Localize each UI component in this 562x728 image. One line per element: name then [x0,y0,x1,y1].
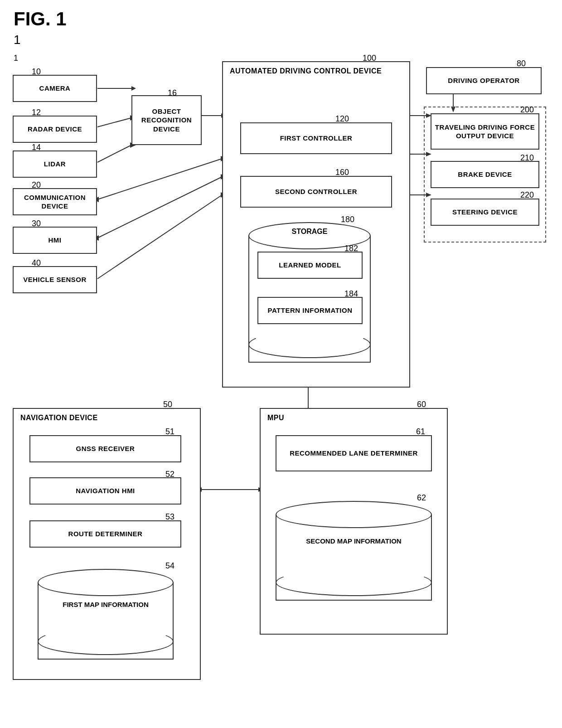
first-map-cylinder: FIRST MAP INFORMATION [38,569,174,660]
svg-line-4 [97,145,131,162]
ref-radar: 12 [32,108,41,117]
ref-lidar: 14 [32,143,41,152]
object-recognition-box: OBJECT RECOGNITION DEVICE [131,95,202,145]
radar-box: RADAR DEVICE [13,116,97,143]
figure-number: 1 [14,33,21,47]
steering-box: STEERING DEVICE [431,199,539,226]
ref-mpu: 60 [417,400,426,409]
ref-driving-op: 80 [517,59,526,68]
svg-marker-1 [131,86,136,91]
ref-auto-drive: 100 [363,53,376,63]
lidar-box: LIDAR [13,150,97,178]
ref-route-det: 53 [165,512,174,522]
ref-pattern-info: 184 [344,289,358,299]
svg-line-2 [97,118,131,127]
ref-learned-model: 182 [344,244,358,253]
ref-navigation: 50 [163,400,172,409]
ref-camera: 10 [32,67,41,77]
ref-comm: 20 [32,180,41,190]
ref-1: 1 [14,53,18,63]
ref-second-map: 62 [417,493,426,503]
ref-rec-lane: 61 [416,427,425,437]
ref-gnss: 51 [165,427,174,437]
brake-box: BRAKE DEVICE [431,161,539,188]
ref-first-ctrl: 120 [335,114,349,124]
ref-traveling: 200 [520,105,534,115]
camera-box: CAMERA [13,75,97,102]
second-controller-box: SECOND CONTROLLER [240,176,392,208]
ref-first-map: 54 [165,561,174,571]
ref-second-ctrl: 160 [335,168,349,177]
hmi-box: HMI [13,227,97,254]
ref-steering: 220 [520,190,534,200]
pattern-info-box: PATTERN INFORMATION [257,297,363,324]
gnss-box: GNSS RECEIVER [29,435,181,462]
ref-brake: 210 [520,153,534,163]
ref-obj-rec: 16 [168,88,177,98]
traveling-box: TRAVELING DRIVING FORCE OUTPUT DEVICE [431,113,539,150]
learned-model-box: LEARNED MODEL [257,252,363,279]
ref-storage: 180 [341,215,354,224]
nav-hmi-box: NAVIGATION HMI [29,477,181,505]
ref-vehicle-sensor: 40 [32,258,41,268]
ref-hmi: 30 [32,219,41,228]
svg-line-14 [97,195,222,279]
figure-title: FIG. 1 [14,8,67,30]
second-map-cylinder: SECOND MAP INFORMATION [276,501,432,601]
ref-nav-hmi: 52 [165,470,174,479]
svg-line-11 [97,177,222,238]
vehicle-sensor-box: VEHICLE SENSOR [13,266,97,293]
first-controller-box: FIRST CONTROLLER [240,122,392,154]
svg-line-8 [97,159,222,199]
driving-operator-box: DRIVING OPERATOR [426,67,542,94]
recommended-lane-box: RECOMMENDED LANE DETERMINER [276,435,432,471]
route-determiner-box: ROUTE DETERMINER [29,520,181,548]
communication-box: COMMUNICATION DEVICE [13,188,97,215]
